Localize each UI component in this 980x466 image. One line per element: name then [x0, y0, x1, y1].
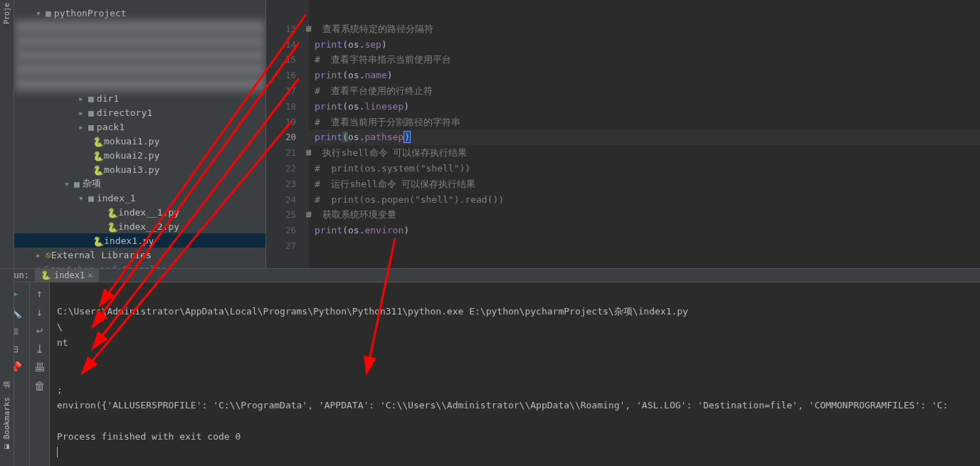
run-tab[interactable]: 🐍 index1 × [35, 269, 99, 282]
tree-dir[interactable]: ▸■pack1 [14, 120, 265, 134]
python-file-icon: 🐍 [93, 151, 101, 159]
folder-icon: ■ [88, 107, 94, 118]
tree-label: pack1 [97, 122, 125, 132]
tree-blurred-item [14, 77, 265, 91]
tree-root[interactable]: ▾ ■ pythonProject [14, 6, 265, 20]
tree-label: Scratches and Consoles [44, 264, 167, 269]
tree-dir[interactable]: ▾■杂项 [14, 176, 265, 191]
tree-dir[interactable]: ▸■dir1 [14, 91, 265, 105]
python-file-icon: 🐍 [107, 222, 115, 231]
console-line: \ [57, 322, 63, 332]
chevron-right-icon: ▸ [78, 122, 88, 132]
tree-label: mokuai1.py [104, 136, 159, 147]
chevron-down-icon: ▾ [78, 193, 88, 203]
folder-icon: ■ [88, 193, 94, 203]
tree-blurred-item [14, 48, 265, 63]
chevron-right-icon: ▸ [36, 250, 46, 260]
folder-icon: ■ [74, 179, 80, 189]
project-tool-rail[interactable]: Proje [0, 0, 14, 268]
tree-file[interactable]: 🐍mokuai1.py [14, 134, 265, 148]
code-body[interactable]: ⊟# 查看系统特定的路径分隔符 print(os.sep) # 查看字符串指示当… [309, 0, 980, 268]
project-rail-label: Proje [3, 3, 11, 24]
comment: # print(os.system("shell")) [315, 163, 470, 174]
scroll-icon[interactable]: ⤓ [33, 342, 46, 355]
chevron-right-icon: ▸ [78, 107, 88, 118]
tree-label: directory1 [97, 107, 152, 118]
console-line: environ({'ALLUSERSPROFILE': 'C:\\Program… [57, 400, 948, 411]
tree-label: 杂项 [83, 177, 101, 190]
run-toolbar-secondary: ↑ ↓ ↩ ⤓ 🖶 🗑 [30, 282, 50, 466]
console-line: nt [57, 337, 68, 348]
console-line: Process finished with exit code 0 [57, 431, 241, 442]
folder-icon: ■ [88, 93, 94, 104]
comment: # print(os.popen("shell").read()) [315, 194, 504, 205]
bookmarks-button[interactable]: ◧Bookmarks [2, 397, 11, 452]
code-editor[interactable]: 1314 1516 1718 1920 2122 2324 2526 27 ⊟#… [266, 0, 980, 268]
soft-wrap-icon[interactable]: ↩ [33, 324, 46, 337]
console-line: C:\Users\Administrator\AppData\Local\Pro… [57, 306, 688, 317]
tree-dir[interactable]: ▾■index_1 [14, 191, 265, 205]
down-arrow-icon[interactable]: ↓ [33, 305, 46, 318]
left-bottom-rail: 뭐 ◧Bookmarks [0, 270, 14, 466]
tree-blurred-item: s [14, 34, 265, 48]
biz-label[interactable]: 뭐 [3, 379, 11, 390]
comment: # 查看字符串指示当前使用平台 [315, 54, 451, 65]
tree-label: mokuai3.py [104, 164, 159, 175]
tree-scratches[interactable]: ◎Scratches and Consoles [14, 262, 265, 268]
tree-label: External Libraries [51, 250, 152, 260]
close-icon[interactable]: × [88, 270, 93, 280]
comment: # 查看平台使用的行终止符 [315, 85, 433, 96]
tree-label: dir1 [97, 93, 119, 104]
python-file-icon: 🐍 [93, 165, 101, 174]
libraries-icon: ⎋ [46, 250, 51, 260]
run-tool-window: Run: 🐍 index1 × ▶ 🔧 ■ ⊟ 📌 ↑ ↓ ↩ ⤓ 🖶 🗑 C:… [0, 268, 980, 466]
tree-dir[interactable]: ▸■directory1 [14, 105, 265, 120]
comment: # 运行shell命令 可以保存执行结果 [315, 179, 475, 189]
chevron-down-icon: ▾ [64, 179, 74, 189]
python-file-icon: 🐍 [93, 236, 101, 245]
console-output[interactable]: C:\Users\Administrator\AppData\Local\Pro… [50, 282, 980, 466]
tree-file[interactable]: 🐍index__1.py [14, 205, 265, 219]
comment: # 执行shell命令 可以保存执行结果 [306, 147, 467, 158]
run-tab-label: index1 [54, 270, 85, 280]
tree-blurred-item [14, 63, 265, 77]
comment: # 获取系统环境变量 [306, 209, 396, 220]
chevron-right-icon: ▸ [78, 93, 88, 104]
python-file-icon: 🐍 [107, 208, 115, 216]
tree-file[interactable]: 🐍mokuai2.py [14, 148, 265, 162]
scratches-icon: ◎ [36, 264, 41, 269]
project-tree[interactable]: ▾ ■ pythonProject pycharmPro s ▸■dir1 ▸■… [14, 0, 266, 268]
up-arrow-icon[interactable]: ↑ [33, 287, 46, 300]
console-line: ; [57, 384, 63, 395]
comment: # 查看系统特定的路径分隔符 [306, 23, 433, 34]
trash-icon[interactable]: 🗑 [33, 379, 46, 392]
line-gutter: 1314 1516 1718 1920 2122 2324 2526 27 [266, 0, 309, 268]
bookmark-icon: ◧ [2, 443, 11, 452]
tree-file-selected[interactable]: 🐍index1.py [14, 233, 265, 248]
tree-label: index__2.py [118, 221, 179, 232]
tree-label: pythonProject [54, 8, 127, 18]
tree-file[interactable]: 🐍mokuai3.py [14, 162, 265, 176]
python-file-icon: 🐍 [41, 270, 51, 280]
run-header: Run: 🐍 index1 × [0, 268, 980, 282]
tree-label: index_1 [97, 193, 136, 203]
tree-blurred-item: pycharmPro [14, 20, 265, 34]
python-file-icon: 🐍 [93, 137, 101, 145]
tree-label: mokuai2.py [104, 150, 159, 161]
print-icon[interactable]: 🖶 [33, 361, 46, 374]
folder-icon: ■ [88, 122, 94, 132]
tree-label: index1.py [104, 235, 154, 246]
chevron-down-icon: ▾ [36, 8, 46, 18]
tree-label: index__1.py [118, 207, 179, 218]
tree-file[interactable]: 🐍index__2.py [14, 219, 265, 233]
folder-icon: ■ [46, 8, 51, 18]
tree-external-libs[interactable]: ▸⎋ External Libraries [14, 248, 265, 262]
comment: # 查看当前用于分割路径的字符串 [315, 117, 460, 127]
